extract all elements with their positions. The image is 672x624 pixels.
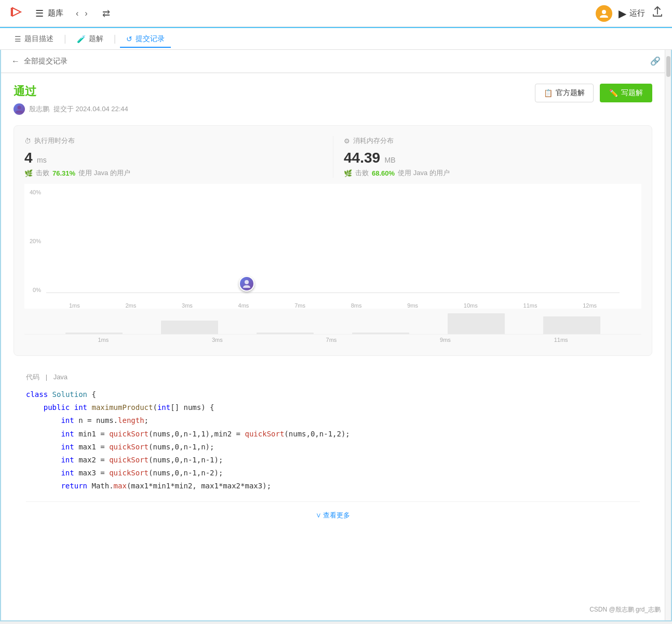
code-lang-label: 代码 | Java xyxy=(26,373,640,382)
write-icon: ✏️ xyxy=(609,89,618,97)
tab-sep-1: | xyxy=(64,33,66,44)
tab-description[interactable]: ☰ 题目描述 xyxy=(8,31,60,48)
submission-status: 通过 xyxy=(14,84,128,99)
time-beat-text: 击败 xyxy=(36,168,49,178)
mem-unit: MB xyxy=(385,156,396,164)
back-button[interactable]: ← xyxy=(11,57,20,66)
run-play-icon: ▶ xyxy=(619,7,626,20)
svg-point-2 xyxy=(245,280,249,284)
tab-sep-2: | xyxy=(114,33,116,44)
submission-date: 提交于 2024.04.04 22:44 xyxy=(53,104,128,114)
tab-submissions[interactable]: ↺ 提交记录 xyxy=(120,31,171,48)
time-beat-pct: 76.31% xyxy=(52,169,75,177)
see-more-button[interactable]: ∨ 查看更多 xyxy=(316,511,351,520)
shuffle-button[interactable]: ⇄ xyxy=(100,6,112,21)
book-icon: 📋 xyxy=(544,89,553,97)
time-title: 执行用时分布 xyxy=(34,136,75,145)
prev-button[interactable]: ‹ xyxy=(74,7,80,20)
write-solution-button[interactable]: ✏️ 写题解 xyxy=(600,84,652,102)
time-beat-icon: 🌿 xyxy=(24,169,33,177)
scrollbar-thumb[interactable] xyxy=(666,56,670,77)
time-icon: ⏱ xyxy=(24,137,31,145)
run-button[interactable]: ▶ 运行 xyxy=(619,7,645,20)
mem-title: 消耗内存分布 xyxy=(353,136,394,145)
mem-value: 44.39 xyxy=(344,150,380,166)
mini-bar-col xyxy=(428,313,524,334)
mini-bar-col xyxy=(237,333,333,334)
submission-author: 殷志鹏 xyxy=(29,104,49,114)
chart-y-labels: 40% 20% 0% xyxy=(24,184,45,309)
mem-beat-icon: 🌿 xyxy=(344,169,352,177)
next-button[interactable]: › xyxy=(83,7,89,20)
time-value: 4 xyxy=(24,150,33,166)
question-bank-nav[interactable]: ☰ 题库 xyxy=(35,8,63,19)
mini-bar-col xyxy=(142,321,237,334)
user-avatar-icon[interactable] xyxy=(596,5,612,22)
mini-bar-col xyxy=(524,316,620,334)
user-position-marker xyxy=(239,276,254,291)
time-beat-suffix: 使用 Java 的用户 xyxy=(78,168,130,178)
logo-icon[interactable] xyxy=(8,4,25,23)
breadcrumb-label: 全部提交记录 xyxy=(24,57,68,66)
mem-icon: ⚙ xyxy=(344,137,350,145)
page-footer: CSDN @殷志鹏 grd_志鹏 xyxy=(589,605,661,614)
svg-point-0 xyxy=(602,10,606,14)
mem-beat-suffix: 使用 Java 的用户 xyxy=(398,168,450,178)
mem-beat-text: 击败 xyxy=(355,168,369,178)
scrollbar[interactable] xyxy=(665,50,671,620)
tab-solution[interactable]: 🧪 题解 xyxy=(71,31,110,48)
user-avatar xyxy=(14,103,25,115)
svg-point-1 xyxy=(18,106,21,110)
mini-bar-col xyxy=(46,333,142,334)
solution-icon: 🧪 xyxy=(77,35,86,43)
submissions-icon: ↺ xyxy=(126,35,132,43)
time-unit: ms xyxy=(37,156,47,164)
description-icon: ☰ xyxy=(15,35,21,43)
upload-button[interactable] xyxy=(651,6,664,21)
mem-beat-pct: 68.60% xyxy=(372,169,395,177)
code-block: class Solution { public int maximumProdu… xyxy=(26,388,640,493)
official-solution-button[interactable]: 📋 官方题解 xyxy=(535,84,594,102)
link-icon[interactable]: 🔗 xyxy=(650,56,661,66)
mini-bar-col xyxy=(333,333,428,334)
